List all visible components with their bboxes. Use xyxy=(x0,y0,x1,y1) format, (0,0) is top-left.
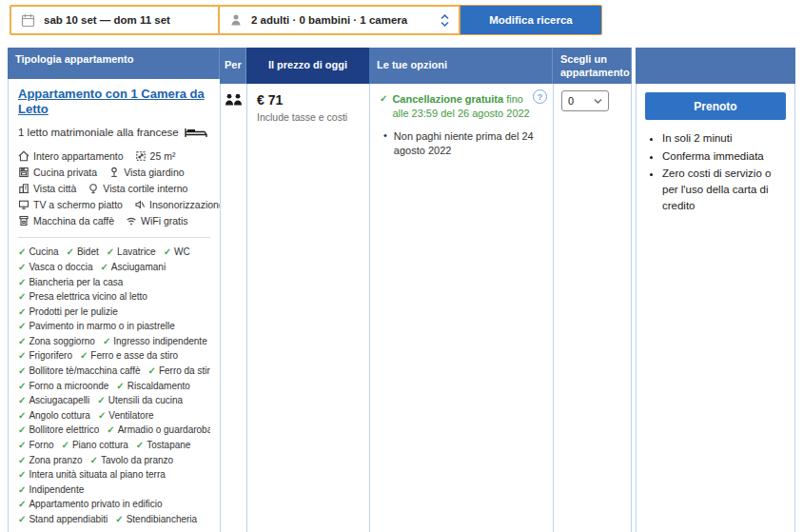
facility-label: Armadio o guardaroba xyxy=(118,424,210,435)
divider xyxy=(18,237,210,238)
benefit-item: In soli 2 minuti xyxy=(662,130,786,147)
facility-line: ✓Bollitore tè/macchina caffè✓Ferro da st… xyxy=(18,365,210,376)
check-icon: ✓ xyxy=(18,291,26,302)
facility-line: ✓Cucina✓Bidet✓Lavatrice✓WC xyxy=(18,246,210,257)
facility-label: Forno xyxy=(29,440,53,450)
facility-label: Frigorifero xyxy=(29,350,72,361)
facility-line: ✓Indipendente xyxy=(18,484,210,495)
check-icon: ✓ xyxy=(18,336,26,346)
no-prepayment-text: Non paghi niente prima del 24 agosto 202… xyxy=(394,129,535,158)
calendar-icon xyxy=(21,13,35,28)
check-icon: ✓ xyxy=(136,440,144,450)
facility-label: Stand appendiabiti xyxy=(29,514,108,524)
check-icon: ✓ xyxy=(18,395,26,405)
room-title-link[interactable]: Appartamento con 1 Camera da Letto xyxy=(18,87,210,118)
search-bar: sab 10 set — dom 11 set 2 adulti · 0 bam… xyxy=(10,5,602,35)
header-per: Per xyxy=(220,48,246,84)
facility-line: ✓Presa elettrica vicino al letto xyxy=(18,291,210,302)
date-range-value: sab 10 set — dom 11 set xyxy=(44,14,170,26)
check-icon: ✓ xyxy=(18,455,26,465)
facility-item: ✓Riscaldamento xyxy=(116,381,190,391)
check-icon: ✓ xyxy=(18,514,26,524)
facility-label: Piano cottura xyxy=(72,440,128,450)
badge-label: Vista città xyxy=(33,183,76,194)
badge-label: Vista cortile interno xyxy=(103,183,187,194)
check-icon: ✓ xyxy=(18,306,26,317)
facility-item: ✓Stendibiancheria xyxy=(115,514,197,524)
facility-item: ✓Bidet xyxy=(67,246,99,257)
amenity-badge: Intero appartamento xyxy=(18,150,124,162)
facility-label: Biancheria per la casa xyxy=(29,277,123,287)
help-icon[interactable]: ? xyxy=(533,89,547,104)
facility-item: ✓Lavatrice xyxy=(107,246,156,257)
badge-label: Insonorizzazione xyxy=(149,199,225,210)
amenity-badge: Cucina privata xyxy=(18,167,97,178)
free-cancellation-bold: Cancellazione gratuita xyxy=(392,93,503,105)
bed-info: 1 letto matrimoniale alla francese xyxy=(18,126,210,138)
per-cell xyxy=(220,84,246,532)
facility-item: ✓Bollitore elettrico xyxy=(18,424,99,435)
occupancy-field[interactable]: 2 adulti · 0 bambini · 1 camera xyxy=(218,5,460,35)
no-prepayment-line: • Non paghi niente prima del 24 agosto 2… xyxy=(380,129,543,158)
check-icon: ✓ xyxy=(18,381,26,391)
facility-line: ✓Angolo cottura✓Ventilatore xyxy=(18,410,210,421)
amenity-badge: Vista città xyxy=(18,183,76,194)
home-icon xyxy=(18,150,29,162)
facility-label: Ventilatore xyxy=(108,410,153,421)
badge-row: Cucina privataVista giardino xyxy=(18,167,210,178)
soundproof-icon xyxy=(134,199,146,210)
facility-line: ✓Vasca o doccia✓Asciugamani xyxy=(18,262,210,272)
facility-label: Ingresso indipendente xyxy=(113,336,206,346)
facility-item: ✓Stand appendiabiti xyxy=(18,514,108,524)
check-icon: ✓ xyxy=(116,381,124,391)
header-book xyxy=(636,48,795,84)
price-amount: € 71 xyxy=(257,92,360,108)
bullet-icon: • xyxy=(383,129,387,158)
chevron-down-icon xyxy=(594,98,602,104)
facility-label: Appartamento privato in edificio xyxy=(29,499,162,509)
facility-item: ✓Forno xyxy=(18,440,54,450)
facility-label: Indipendente xyxy=(29,484,84,495)
facility-label: Angolo cottura xyxy=(29,410,90,421)
facility-label: Forno a microonde xyxy=(29,381,108,391)
badge-label: TV a schermo piatto xyxy=(33,199,123,210)
amenity-badges: Intero appartamento25 m²Cucina privataVi… xyxy=(18,150,210,227)
facility-label: Pavimento in marmo o in piastrelle xyxy=(29,321,174,331)
quantity-select[interactable]: 0 xyxy=(561,90,609,111)
check-icon: ✓ xyxy=(18,365,26,376)
badge-row: Vista cittàVista cortile interno xyxy=(18,183,210,194)
bed-info-label: 1 letto matrimoniale alla francese xyxy=(18,127,179,138)
column-room-type: Tipologia appartamento Appartamento con … xyxy=(8,48,220,532)
check-icon: ✓ xyxy=(18,440,26,450)
book-button[interactable]: Prenoto xyxy=(645,92,786,120)
facility-item: ✓Frigorifero xyxy=(18,350,72,361)
header-room-type: Tipologia appartamento xyxy=(8,48,220,79)
facility-label: Riscaldamento xyxy=(127,381,190,391)
book-cell: Prenoto In soli 2 minutiConferma immedia… xyxy=(636,84,795,532)
check-icon: ✓ xyxy=(67,246,74,257)
badge-label: 25 m² xyxy=(150,150,176,162)
badge-label: Intero appartamento xyxy=(33,150,124,162)
facility-label: Tavolo da pranzo xyxy=(101,455,173,465)
facility-line: ✓Prodotti per le pulizie xyxy=(18,306,210,317)
price-note: Include tasse e costi xyxy=(257,111,360,123)
check-icon: ✓ xyxy=(18,410,26,421)
facility-item: ✓WC xyxy=(164,246,190,257)
badge-row: Macchina da caffèWiFi gratis xyxy=(18,215,210,227)
badge-row: Intero appartamento25 m² xyxy=(18,150,210,162)
check-icon: ✓ xyxy=(62,440,69,450)
date-range-field[interactable]: sab 10 set — dom 11 set xyxy=(10,5,220,35)
facility-label: Zona pranzo xyxy=(29,455,82,465)
facility-line: ✓Zona pranzo✓Tavolo da pranzo xyxy=(18,455,210,465)
facility-item: ✓Tostapane xyxy=(136,440,191,450)
facility-label: Utensili da cucina xyxy=(108,395,183,405)
amenity-badge: TV a schermo piatto xyxy=(18,199,123,210)
price-cell: € 71 Include tasse e costi xyxy=(246,84,369,532)
facility-label: Tostapane xyxy=(147,440,190,450)
facility-label: WC xyxy=(174,246,190,257)
coffee-icon xyxy=(18,215,29,227)
facility-line: ✓Zona soggiorno✓Ingresso indipendente✓TV xyxy=(18,336,210,346)
modify-search-button[interactable]: Modifica ricerca xyxy=(460,5,602,35)
bed-icon xyxy=(185,126,207,138)
facility-line: ✓Appartamento privato in edificio xyxy=(18,499,210,509)
